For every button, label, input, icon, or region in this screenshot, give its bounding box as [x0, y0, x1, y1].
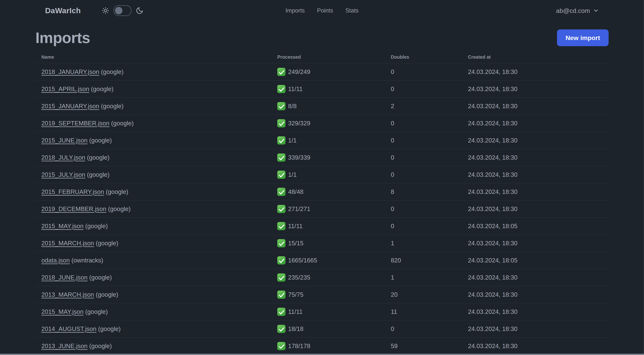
processed-cell: 11/11: [271, 303, 385, 320]
processed-count: 8/8: [288, 102, 297, 110]
success-check-icon: [277, 256, 286, 265]
import-source-label: (google): [85, 308, 108, 315]
user-menu[interactable]: ab@cd.com: [556, 7, 599, 14]
import-file-link[interactable]: 2019_SEPTEMBER.json: [41, 120, 110, 127]
import-file-link[interactable]: 2015_FEBRUARY.json: [41, 188, 104, 195]
nav-link-points[interactable]: Points: [317, 7, 333, 14]
doubles-count: 59: [385, 338, 462, 355]
processed-count: 11/11: [288, 85, 302, 93]
theme-toggle-knob: [115, 7, 122, 14]
navbar-left: DaWarIch: [45, 5, 144, 16]
app-logo[interactable]: DaWarIch: [45, 6, 81, 15]
doubles-count: 20: [385, 286, 462, 303]
processed-cell: 271/271: [271, 200, 385, 218]
table-row: 2019_DECEMBER.json (google) 271/271 0 24…: [36, 200, 608, 218]
name-cell: 2015_MAY.json (google): [36, 218, 271, 235]
processed-cell: 1665/1665: [271, 252, 385, 269]
created-at: 24.03.2024, 18:30: [462, 286, 608, 303]
created-at: 24.03.2024, 18:30: [462, 63, 608, 80]
table-row: 2019_SEPTEMBER.json (google) 329/329 0 2…: [36, 115, 608, 132]
success-check-icon: [277, 68, 286, 76]
import-file-link[interactable]: 2015_JULY.json: [41, 171, 85, 178]
col-header-name: Name: [36, 51, 271, 63]
imports-table: Name Processed Doubles Created at 2018_J…: [36, 51, 608, 355]
nav-link-imports[interactable]: Imports: [286, 7, 305, 14]
table-row: 2015_JUNE.json (google) 1/1 0 24.03.2024…: [36, 132, 608, 149]
doubles-count: 1: [385, 235, 462, 252]
import-source-label: (google): [106, 188, 128, 195]
success-check-icon: [277, 136, 286, 145]
import-file-link[interactable]: 2015_MAY.json: [41, 223, 84, 230]
vertical-scrollbar[interactable]: [642, 0, 644, 355]
import-file-link[interactable]: 2014_AUGUST.json: [41, 325, 96, 332]
table-row: 2015_JANUARY.json (google) 8/8 2 24.03.2…: [36, 98, 608, 115]
name-cell: 2013_MARCH.json (google): [36, 286, 271, 303]
import-source-label: (owntracks): [71, 257, 103, 264]
import-source-label: (google): [98, 325, 121, 332]
processed-count: 11/11: [288, 308, 302, 316]
doubles-count: 0: [385, 63, 462, 80]
created-at: 24.03.2024, 18:30: [462, 269, 608, 286]
chevron-down-icon: [593, 8, 599, 13]
name-cell: 2015_JULY.json (google): [36, 166, 271, 183]
doubles-count: 11: [385, 303, 462, 320]
processed-cell: 11/11: [271, 218, 385, 235]
created-at: 24.03.2024, 18:30: [462, 132, 608, 149]
page-title: Imports: [36, 29, 90, 46]
success-check-icon: [277, 85, 286, 93]
page-header: Imports New import: [36, 29, 608, 46]
processed-cell: 1/1: [271, 132, 385, 149]
processed-cell: 8/8: [271, 98, 385, 115]
doubles-count: 0: [385, 132, 462, 149]
doubles-count: 1: [385, 269, 462, 286]
table-row: 2015_APRIL.json (google) 11/11 0 24.03.2…: [36, 80, 608, 98]
processed-cell: 178/178: [271, 338, 385, 355]
doubles-count: 0: [385, 115, 462, 132]
success-check-icon: [277, 273, 286, 282]
import-file-link[interactable]: 2015_MAY.json: [41, 308, 84, 315]
success-check-icon: [277, 102, 286, 110]
doubles-count: 2: [385, 98, 462, 115]
processed-cell: 15/15: [271, 235, 385, 252]
success-check-icon: [277, 325, 286, 333]
horizontal-scrollbar[interactable]: [0, 354, 644, 355]
import-file-link[interactable]: 2019_DECEMBER.json: [41, 205, 106, 212]
import-file-link[interactable]: 2015_MARCH.json: [41, 240, 94, 247]
theme-toggle-switch[interactable]: [113, 5, 132, 16]
created-at: 24.03.2024, 18:30: [462, 338, 608, 355]
table-row: 2014_AUGUST.json (google) 18/18 0 24.03.…: [36, 320, 608, 338]
import-source-label: (google): [87, 154, 110, 161]
name-cell: 2015_FEBRUARY.json (google): [36, 183, 271, 200]
name-cell: 2015_MARCH.json (google): [36, 235, 271, 252]
import-file-link[interactable]: 2013_MARCH.json: [41, 291, 94, 298]
imports-page: Imports New import Name Processed Double…: [36, 29, 608, 355]
col-header-created-at: Created at: [462, 51, 608, 63]
nav-link-stats[interactable]: Stats: [345, 7, 358, 14]
table-header-row: Name Processed Doubles Created at: [36, 51, 608, 63]
navbar: DaWarIch Imports Points Stats ab@cd.com: [0, 0, 644, 21]
doubles-count: 0: [385, 80, 462, 98]
import-source-label: (google): [111, 120, 134, 127]
import-file-link[interactable]: odata.json: [41, 257, 70, 264]
new-import-button[interactable]: New import: [557, 29, 608, 46]
processed-count: 339/339: [288, 154, 310, 161]
success-check-icon: [277, 205, 286, 213]
import-file-link[interactable]: 2018_JULY.json: [41, 154, 85, 161]
import-file-link[interactable]: 2018_JANUARY.json: [41, 68, 99, 75]
processed-count: 15/15: [288, 239, 304, 247]
success-check-icon: [277, 171, 286, 179]
import-file-link[interactable]: 2018_JUNE.json: [41, 274, 88, 281]
doubles-count: 8: [385, 183, 462, 200]
created-at: 24.03.2024, 18:30: [462, 303, 608, 320]
name-cell: odata.json (owntracks): [36, 252, 271, 269]
sun-icon: [102, 7, 109, 14]
processed-count: 329/329: [288, 119, 310, 127]
import-file-link[interactable]: 2013_JUNE.json: [41, 343, 88, 350]
processed-count: 1665/1665: [288, 257, 317, 264]
import-file-link[interactable]: 2015_JUNE.json: [41, 137, 88, 144]
import-file-link[interactable]: 2015_JANUARY.json: [41, 103, 99, 109]
name-cell: 2018_JUNE.json (google): [36, 269, 271, 286]
created-at: 24.03.2024, 18:30: [462, 115, 608, 132]
import-file-link[interactable]: 2015_APRIL.json: [41, 85, 89, 92]
name-cell: 2015_JANUARY.json (google): [36, 98, 271, 115]
